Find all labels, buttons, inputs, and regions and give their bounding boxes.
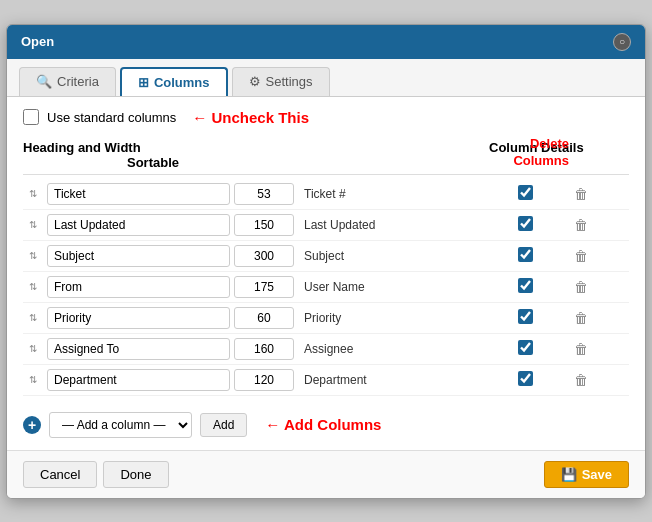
delete-column-button[interactable]: 🗑 — [569, 306, 593, 330]
close-button[interactable]: ○ — [613, 33, 631, 51]
delete-column-button[interactable]: 🗑 — [569, 213, 593, 237]
table-row: ⇅ Last Updated 🗑 — [23, 210, 629, 241]
tab-criteria[interactable]: 🔍 Criteria — [19, 67, 116, 96]
add-icon: + — [23, 416, 41, 434]
delete-annotation: Delete Columns — [513, 134, 569, 169]
sort-handle[interactable]: ⇅ — [23, 343, 43, 354]
dialog-title: Open — [21, 34, 54, 49]
col-name-input[interactable] — [47, 369, 230, 391]
col-detail: Priority — [298, 311, 481, 325]
col-width-input[interactable] — [234, 245, 294, 267]
sort-handle[interactable]: ⇅ — [23, 312, 43, 323]
table-row: ⇅ User Name 🗑 — [23, 272, 629, 303]
delete-column-button[interactable]: 🗑 — [569, 337, 593, 361]
settings-icon: ⚙ — [249, 74, 261, 89]
sortable-checkbox[interactable] — [518, 247, 533, 262]
sortable-cell — [485, 371, 565, 389]
add-column-select[interactable]: — Add a column — — [49, 412, 192, 438]
sortable-cell — [485, 247, 565, 265]
col-width-input[interactable] — [234, 214, 294, 236]
footer-left: Cancel Done — [23, 461, 169, 488]
sort-handle[interactable]: ⇅ — [23, 374, 43, 385]
table-row: ⇅ Assignee 🗑 — [23, 334, 629, 365]
tab-columns[interactable]: ⊞ Columns — [120, 67, 228, 96]
use-standard-label: Use standard columns — [47, 110, 176, 125]
sortable-checkbox[interactable] — [518, 309, 533, 324]
col-name-input[interactable] — [47, 214, 230, 236]
col-width-input[interactable] — [234, 369, 294, 391]
add-annotation: ← Add Columns — [265, 416, 381, 433]
delete-column-button[interactable]: 🗑 — [569, 244, 593, 268]
open-dialog: Open ○ 🔍 Criteria ⊞ Columns ⚙ Settings U… — [6, 24, 646, 499]
col-detail: Assignee — [298, 342, 481, 356]
heading-width-header: Heading and Width — [23, 140, 489, 155]
add-column-button[interactable]: Add — [200, 413, 247, 437]
dialog-body: Use standard columns ← Uncheck This Dele… — [7, 97, 645, 450]
columns-icon: ⊞ — [138, 75, 149, 90]
sortable-cell — [485, 340, 565, 358]
col-name-input[interactable] — [47, 338, 230, 360]
col-detail: Ticket # — [298, 187, 481, 201]
sortable-checkbox[interactable] — [518, 371, 533, 386]
cancel-button[interactable]: Cancel — [23, 461, 97, 488]
sort-handle[interactable]: ⇅ — [23, 250, 43, 261]
col-name-input[interactable] — [47, 245, 230, 267]
dialog-footer: Cancel Done 💾 Save — [7, 450, 645, 498]
sortable-cell — [485, 216, 565, 234]
sortable-cell — [485, 185, 565, 203]
tab-settings[interactable]: ⚙ Settings — [232, 67, 330, 96]
delete-column-button[interactable]: 🗑 — [569, 275, 593, 299]
col-width-input[interactable] — [234, 183, 294, 205]
sort-handle[interactable]: ⇅ — [23, 281, 43, 292]
dialog-header: Open ○ — [7, 25, 645, 59]
sortable-cell — [485, 278, 565, 296]
columns-section: Delete Columns Heading and Width Column … — [23, 136, 629, 396]
sortable-cell — [485, 309, 565, 327]
use-standard-checkbox[interactable] — [23, 109, 39, 125]
columns-list: ⇅ Ticket # 🗑 ⇅ Last Updated 🗑 ⇅ Subject — [23, 179, 629, 396]
tab-bar: 🔍 Criteria ⊞ Columns ⚙ Settings — [7, 59, 645, 97]
criteria-icon: 🔍 — [36, 74, 52, 89]
col-detail: Subject — [298, 249, 481, 263]
col-width-input[interactable] — [234, 307, 294, 329]
add-column-row: + — Add a column — Add ← Add Columns — [23, 406, 629, 438]
table-row: ⇅ Priority 🗑 — [23, 303, 629, 334]
col-detail: Department — [298, 373, 481, 387]
delete-column-button[interactable]: 🗑 — [569, 182, 593, 206]
sortable-checkbox[interactable] — [518, 185, 533, 200]
col-detail: Last Updated — [298, 218, 481, 232]
uncheck-annotation: ← Uncheck This — [192, 109, 309, 126]
table-row: ⇅ Department 🗑 — [23, 365, 629, 396]
delete-column-button[interactable]: 🗑 — [569, 368, 593, 392]
sortable-checkbox[interactable] — [518, 340, 533, 355]
use-standard-row: Use standard columns ← Uncheck This — [23, 109, 629, 126]
col-name-input[interactable] — [47, 307, 230, 329]
col-width-input[interactable] — [234, 338, 294, 360]
table-row: ⇅ Ticket # 🗑 — [23, 179, 629, 210]
sortable-header: Sortable — [23, 155, 283, 170]
sort-handle[interactable]: ⇅ — [23, 219, 43, 230]
col-name-input[interactable] — [47, 276, 230, 298]
save-icon: 💾 — [561, 467, 577, 482]
col-width-input[interactable] — [234, 276, 294, 298]
sortable-checkbox[interactable] — [518, 278, 533, 293]
col-detail: User Name — [298, 280, 481, 294]
save-button[interactable]: 💾 Save — [544, 461, 629, 488]
done-button[interactable]: Done — [103, 461, 168, 488]
sortable-checkbox[interactable] — [518, 216, 533, 231]
col-name-input[interactable] — [47, 183, 230, 205]
table-row: ⇅ Subject 🗑 — [23, 241, 629, 272]
sort-handle[interactable]: ⇅ — [23, 188, 43, 199]
